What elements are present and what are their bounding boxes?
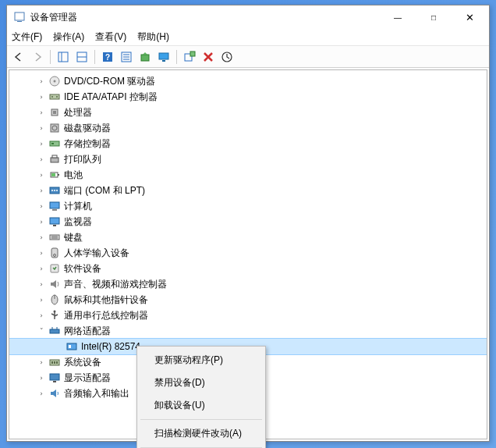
- svg-point-37: [56, 190, 58, 191]
- expand-arrow-icon[interactable]: ˅: [36, 325, 47, 336]
- menu-action[interactable]: 操作(A): [53, 30, 84, 44]
- expand-arrow-icon[interactable]: ›: [36, 201, 47, 212]
- svg-rect-54: [50, 329, 59, 333]
- expand-arrow-icon[interactable]: ›: [36, 294, 47, 305]
- svg-rect-29: [51, 158, 58, 162]
- tree-node[interactable]: ›端口 (COM 和 LPT): [9, 183, 487, 198]
- tree-node[interactable]: ›电池: [9, 167, 487, 183]
- expand-arrow-icon[interactable]: ›: [36, 388, 47, 399]
- tree-node[interactable]: ›打印队列: [9, 151, 487, 167]
- svg-rect-38: [50, 202, 59, 208]
- context-menu-item[interactable]: 卸载设备(U): [139, 394, 264, 417]
- expand-arrow-icon[interactable]: ›: [36, 185, 47, 196]
- expand-arrow-icon[interactable]: ›: [36, 232, 47, 243]
- computer-icon: [48, 200, 61, 212]
- menu-help[interactable]: 帮助(H): [137, 30, 169, 44]
- tree-node-label: IDE ATA/ATAPI 控制器: [64, 91, 158, 104]
- window-controls: — □ ✕: [380, 5, 487, 29]
- tree-node-label: 音频输入和输出: [64, 387, 129, 400]
- expand-arrow-icon[interactable]: ›: [36, 357, 47, 368]
- svg-rect-24: [53, 111, 56, 114]
- tree-node[interactable]: ›鼠标和其他指针设备: [9, 292, 487, 308]
- tree-node-label: 网络适配器: [64, 325, 111, 338]
- svg-rect-13: [159, 53, 168, 59]
- tree-node[interactable]: ›DVD/CD-ROM 驱动器: [9, 73, 487, 89]
- expand-arrow-icon[interactable]: ›: [36, 123, 47, 133]
- scan-hardware-button[interactable]: [218, 48, 236, 66]
- back-button[interactable]: [10, 48, 27, 66]
- tree-node[interactable]: ›软件设备: [9, 261, 487, 276]
- expand-arrow-icon[interactable]: ›: [36, 169, 47, 180]
- tree-node[interactable]: ›处理器: [9, 105, 487, 120]
- tree-node[interactable]: ›存储控制器: [9, 136, 487, 151]
- storage-icon: [48, 137, 61, 150]
- app-icon: [13, 11, 26, 23]
- context-menu-item[interactable]: 更新驱动程序(P): [139, 349, 264, 372]
- expand-arrow-icon[interactable]: ›: [36, 216, 47, 227]
- tree-node[interactable]: ›监视器: [9, 214, 487, 229]
- titlebar[interactable]: 设备管理器 — □ ✕: [7, 5, 489, 29]
- menu-file[interactable]: 文件(F): [12, 30, 42, 44]
- audio-icon: [48, 387, 61, 400]
- svg-rect-28: [51, 143, 54, 144]
- svg-rect-63: [50, 374, 59, 380]
- toolbar: ?: [7, 46, 489, 68]
- svg-point-36: [54, 190, 55, 191]
- menu-view[interactable]: 查看(V): [95, 30, 126, 44]
- help-button[interactable]: ?: [99, 48, 116, 66]
- svg-rect-30: [52, 155, 57, 158]
- expand-arrow-icon[interactable]: ›: [36, 279, 47, 290]
- uninstall-button[interactable]: [200, 48, 217, 66]
- tree-node-label: 电池: [64, 169, 83, 182]
- expand-arrow-icon[interactable]: ›: [36, 76, 47, 87]
- update-driver-button[interactable]: [136, 48, 154, 66]
- expand-arrow-icon[interactable]: ›: [36, 138, 47, 149]
- svg-rect-16: [190, 52, 195, 56]
- tree-node[interactable]: ˅网络适配器: [9, 323, 487, 339]
- hid-icon: [48, 247, 61, 259]
- show-hide-tree-button[interactable]: [55, 48, 72, 66]
- toolbar-separator: [50, 50, 51, 64]
- tree-node[interactable]: ›计算机: [9, 198, 487, 214]
- software-icon: [48, 262, 61, 275]
- expand-arrow-icon[interactable]: ›: [36, 263, 47, 274]
- context-menu-item[interactable]: 禁用设备(D): [139, 372, 264, 394]
- svg-point-21: [51, 96, 53, 98]
- expand-arrow-icon[interactable]: ›: [36, 372, 47, 383]
- tree-node-label: DVD/CD-ROM 驱动器: [64, 75, 155, 88]
- svg-rect-39: [52, 209, 57, 211]
- expand-arrow-icon[interactable]: ›: [36, 310, 47, 321]
- mouse-icon: [48, 293, 61, 306]
- toolbar-separator: [176, 50, 177, 64]
- tree-node[interactable]: ›声音、视频和游戏控制器: [9, 276, 487, 292]
- close-button[interactable]: ✕: [452, 5, 487, 29]
- network-icon: [48, 325, 61, 337]
- toolbar-separator: [94, 50, 95, 64]
- detail-pane-button[interactable]: [73, 48, 90, 66]
- tree-node-label: 显示适配器: [64, 372, 111, 385]
- forward-button[interactable]: [29, 48, 46, 66]
- cpu-icon: [48, 106, 61, 119]
- tree-node[interactable]: ›磁盘驱动器: [9, 120, 487, 136]
- tree-node-label: 声音、视频和游戏控制器: [64, 278, 167, 291]
- maximize-button[interactable]: □: [416, 5, 452, 29]
- context-menu-item[interactable]: 扫描检测硬件改动(A): [139, 422, 264, 445]
- expand-arrow-icon[interactable]: ›: [36, 91, 47, 102]
- tree-node[interactable]: ›IDE ATA/ATAPI 控制器: [9, 89, 487, 105]
- svg-rect-27: [50, 141, 59, 146]
- tree-node[interactable]: ›人体学输入设备: [9, 245, 487, 261]
- properties-button[interactable]: [118, 48, 135, 66]
- add-legacy-button[interactable]: [181, 48, 198, 66]
- tree-node[interactable]: ›通用串行总线控制器: [9, 308, 487, 323]
- tree-node-label: 软件设备: [64, 262, 101, 276]
- monitor-button[interactable]: [155, 48, 172, 66]
- tree-node-label: 系统设备: [64, 356, 101, 369]
- expand-arrow-icon[interactable]: ›: [36, 107, 47, 118]
- expand-arrow-icon[interactable]: ›: [36, 247, 47, 258]
- tree-node-label: 存储控制器: [64, 137, 111, 151]
- tree-node-label: 磁盘驱动器: [64, 122, 111, 135]
- tree-node[interactable]: ›键盘: [9, 229, 487, 245]
- minimize-button[interactable]: —: [380, 5, 416, 29]
- expand-arrow-icon[interactable]: ›: [36, 154, 47, 165]
- svg-rect-33: [51, 173, 55, 176]
